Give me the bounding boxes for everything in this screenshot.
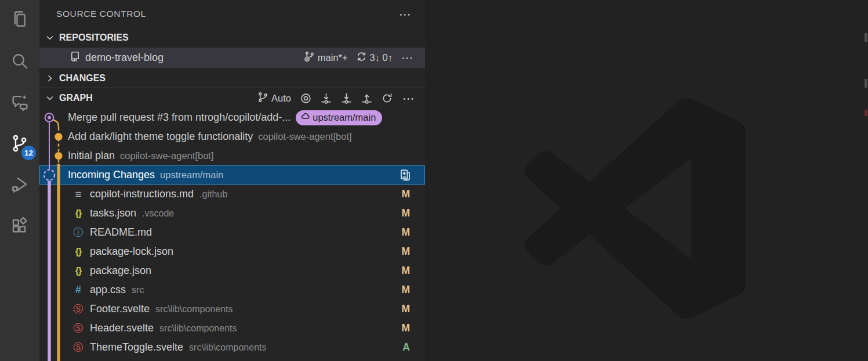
incoming-file-row[interactable]: ⓘ README.md M (39, 223, 425, 242)
file-path: src\lib\components (155, 304, 233, 315)
file-path: .vscode (142, 208, 174, 219)
debug-icon (10, 175, 30, 197)
file-path: src (132, 285, 144, 295)
sync-count-label: 3↓ 0↑ (370, 52, 393, 63)
goto-current-commit-button[interactable] (297, 92, 314, 105)
file-status-badge: M (401, 207, 410, 219)
incoming-file-row[interactable]: {} package.json M (39, 261, 425, 280)
diff-files-icon (398, 169, 411, 182)
incoming-file-row[interactable]: {} package-lock.json M (39, 242, 425, 261)
incoming-file-row[interactable]: Ⓢ ThemeToggle.svelte src\lib\components … (39, 338, 425, 357)
graph-more-actions-button[interactable]: ⋯ (399, 92, 418, 104)
section-header-graph[interactable]: GRAPH Auto (39, 88, 425, 108)
ruler-mark (865, 33, 867, 42)
checkout-branch-button[interactable]: main*+ (301, 50, 351, 66)
activity-item-debug[interactable] (0, 165, 39, 206)
file-status-badge: M (401, 322, 410, 334)
vscode-logo-watermark (525, 98, 746, 319)
repo-actions: main*+ 3↓ 0↑ ⋯ (301, 50, 417, 66)
file-path: .github (199, 189, 227, 200)
activity-item-explorer[interactable] (0, 0, 39, 41)
graph-row-commit[interactable]: Add dark/light theme toggle functionalit… (39, 127, 425, 146)
ruler-mark (865, 79, 867, 88)
repository-row[interactable]: demo-travel-blog main*+ 3↓ 0↑ ⋯ (39, 48, 425, 68)
target-icon (300, 93, 311, 104)
chat-sparkle-icon (10, 92, 30, 114)
repo-more-actions-button[interactable]: ⋯ (398, 52, 417, 64)
chevron-down-icon (45, 93, 55, 103)
file-type-icon: {} (72, 208, 84, 219)
extensions-icon (10, 216, 30, 238)
incoming-file-row[interactable]: {} tasks.json .vscode M (39, 204, 425, 223)
file-status-badge: M (401, 188, 410, 200)
file-name: app.css (90, 284, 126, 296)
chevron-right-icon (45, 74, 55, 83)
git-branch-create-icon (304, 51, 315, 64)
refresh-button[interactable] (379, 92, 395, 105)
upstream-ref-badge: upstream/main (296, 110, 382, 125)
file-type-icon: # (72, 284, 84, 296)
graph-row-incoming-changes[interactable]: Incoming Changes upstream/main (39, 165, 425, 185)
incoming-file-row[interactable]: Ⓢ Footer.svelte src\lib\components M (39, 299, 425, 319)
file-type-icon: {} (72, 266, 84, 276)
file-name: README.md (90, 226, 152, 239)
source-control-sidebar: SOURCE CONTROL ⋯ REPOSITORIES demo-trave… (39, 0, 425, 361)
view-all-changes-button[interactable] (398, 169, 411, 182)
graph-toolbar: Auto ⋯ (255, 91, 425, 106)
file-type-icon: ⓘ (72, 226, 84, 239)
file-name: ThemeToggle.svelte (90, 341, 183, 353)
activity-item-chat[interactable] (0, 82, 39, 124)
ruler-mark (865, 110, 867, 116)
file-status-badge: M (401, 226, 410, 239)
fetch-button[interactable] (318, 92, 335, 105)
graph-row-merge-commit[interactable]: Merge pull request #3 from ntrogh/copilo… (39, 108, 425, 127)
graph-ref-picker-button[interactable]: Auto (255, 91, 294, 106)
file-status-badge: M (401, 303, 410, 315)
pull-icon (341, 93, 352, 104)
file-name: package-lock.json (90, 246, 173, 258)
vscode-window: 12 SOURCE CONTROL ⋯ REPOSITORIES (0, 0, 868, 361)
incoming-file-row[interactable]: ≡ copilot-instructions.md .github M (39, 185, 425, 204)
file-name: copilot-instructions.md (90, 188, 194, 200)
pull-button[interactable] (338, 92, 355, 105)
sidebar-more-actions-button[interactable]: ⋯ (395, 8, 415, 20)
search-icon (10, 51, 30, 73)
file-path: src\lib\components (189, 342, 266, 353)
push-button[interactable] (358, 92, 375, 105)
commit-graph-list: Merge pull request #3 from ntrogh/copilo… (39, 108, 425, 361)
fetch-icon (321, 93, 332, 104)
file-status-badge: M (401, 246, 410, 258)
incoming-file-row[interactable]: # app.css src M (39, 280, 425, 299)
scm-count-badge: 12 (21, 146, 36, 160)
cloud-icon (300, 111, 310, 124)
repo-icon (70, 51, 81, 64)
sidebar-title-bar: SOURCE CONTROL ⋯ (39, 0, 425, 28)
sidebar-title: SOURCE CONTROL (56, 9, 146, 19)
sync-icon (356, 51, 367, 64)
file-type-icon: {} (72, 247, 84, 257)
explorer-icon (10, 10, 30, 32)
editor-area (425, 0, 868, 361)
file-type-icon: Ⓢ (72, 341, 84, 354)
file-status-badge: M (401, 284, 410, 296)
section-header-repositories[interactable]: REPOSITORIES (39, 28, 425, 48)
graph-row-commit[interactable]: Initial plan copilot-swe-agent[bot] (39, 146, 425, 165)
branch-label: main*+ (318, 52, 348, 63)
incoming-file-row[interactable]: Ⓢ Header.svelte src\lib\components M (39, 319, 425, 338)
git-branch-icon (257, 92, 268, 105)
activity-item-source-control[interactable]: 12 (0, 124, 39, 165)
refresh-icon (382, 93, 393, 104)
file-name: package.json (90, 265, 151, 277)
repo-name: demo-travel-blog (85, 52, 164, 64)
activity-item-search[interactable] (0, 41, 39, 82)
push-icon (361, 93, 372, 104)
file-type-icon: ≡ (72, 188, 84, 201)
file-type-icon: Ⓢ (72, 302, 84, 316)
activity-bar: 12 (0, 0, 39, 361)
file-type-icon: Ⓢ (72, 322, 84, 335)
file-status-badge: M (401, 265, 410, 277)
section-header-changes[interactable]: CHANGES (39, 68, 425, 88)
file-name: Footer.svelte (90, 303, 150, 315)
activity-item-extensions[interactable] (0, 206, 39, 247)
sync-changes-button[interactable]: 3↓ 0↑ (353, 50, 395, 66)
